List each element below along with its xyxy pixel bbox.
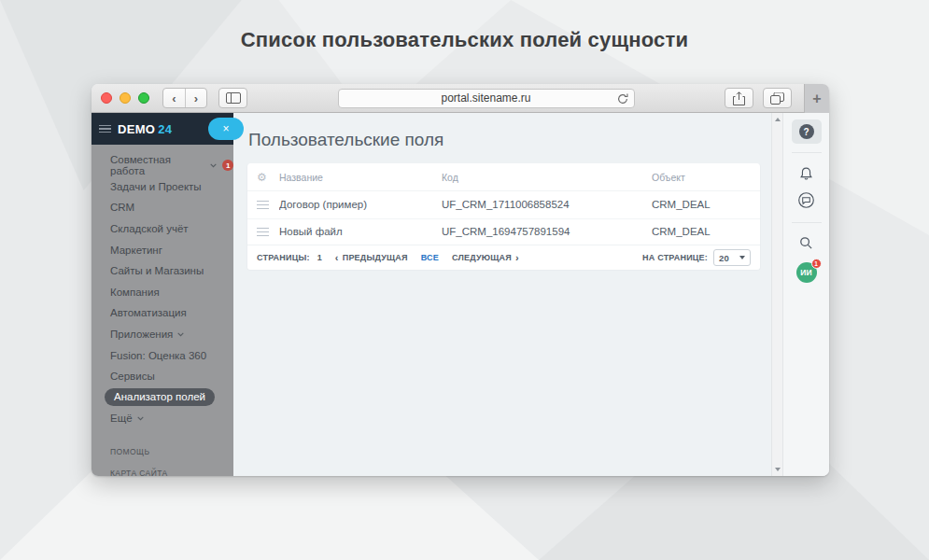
- new-tab-button[interactable]: +: [804, 84, 829, 113]
- avatar-notification-badge: 1: [811, 259, 822, 269]
- sidebar: DEMO 24 × Совместная работа 1 Задачи и П…: [91, 113, 233, 476]
- sidebar-item-inventory[interactable]: Складской учёт: [91, 218, 233, 240]
- sidebar-item-more[interactable]: Ещё: [91, 408, 233, 429]
- chevron-left-icon: ‹: [335, 252, 339, 263]
- share-icon: [733, 91, 745, 105]
- chevron-down-icon: [210, 163, 217, 168]
- browser-window: ‹ › portal.sitename.ru: [91, 84, 829, 476]
- cell-name: Договор (пример): [279, 199, 442, 210]
- sidebar-item-company[interactable]: Компания: [91, 282, 233, 303]
- notifications-button[interactable]: [798, 166, 814, 182]
- menu-burger-icon[interactable]: [99, 125, 111, 133]
- close-icon: ×: [222, 122, 229, 135]
- scroll-down-arrow-icon[interactable]: [775, 468, 781, 471]
- zoom-window-button[interactable]: [138, 92, 149, 104]
- cell-name: Новый файл: [279, 226, 442, 237]
- prev-page-link[interactable]: ‹ ПРЕДЫДУЩАЯ: [335, 252, 408, 263]
- sidebar-icon: [226, 92, 241, 104]
- main-content: Пользовательские поля ⚙ Название Код Объ…: [233, 113, 771, 476]
- current-page-number: 1: [317, 253, 322, 262]
- sidebar-item-field-analyzer[interactable]: Анализатор полей: [91, 387, 233, 409]
- sidebar-item-sites[interactable]: Сайты и Магазины: [91, 260, 233, 282]
- fields-table: ⚙ Название Код Объект Договор (пример) U…: [246, 163, 761, 271]
- sidebar-item-fusion[interactable]: Fusion: Оценка 360: [91, 344, 233, 366]
- table-header-row: ⚙ Название Код Объект: [247, 163, 760, 191]
- next-page-link[interactable]: СЛЕДУЮЩАЯ ›: [452, 252, 519, 263]
- cell-object: CRM_DEAL: [652, 199, 751, 210]
- reload-icon: [616, 92, 629, 105]
- sidebar-item-tasks[interactable]: Задачи и Проекты: [91, 176, 233, 198]
- page-heading: Список пользовательских полей сущности: [0, 28, 929, 52]
- divider: [792, 222, 822, 223]
- chevron-down-icon: [177, 332, 184, 337]
- search-button[interactable]: [799, 236, 813, 250]
- sidebar-item-crm[interactable]: CRM: [91, 197, 233, 218]
- minimize-window-button[interactable]: [120, 92, 131, 104]
- sidebar-item-sitemap[interactable]: КАРТА САЙТА: [91, 462, 233, 476]
- divider: [792, 152, 822, 153]
- user-avatar[interactable]: ИИ 1: [796, 262, 817, 283]
- chevron-down-icon: [739, 256, 745, 259]
- scroll-up-arrow-icon[interactable]: [775, 118, 781, 121]
- sidebar-item-help[interactable]: ПОМОЩЬ: [91, 441, 233, 462]
- show-tabs-button[interactable]: [763, 88, 792, 108]
- window-controls: [101, 92, 149, 104]
- close-window-button[interactable]: [101, 92, 112, 104]
- brand-suffix: 24: [158, 122, 172, 136]
- vertical-scrollbar[interactable]: [771, 113, 783, 476]
- per-page-label: НА СТРАНИЦЕ:: [642, 253, 708, 262]
- notification-badge: 1: [222, 160, 233, 171]
- back-button[interactable]: ‹: [163, 89, 185, 107]
- search-icon: [799, 236, 813, 250]
- pages-counter: СТРАНИЦЫ: 1: [257, 253, 322, 262]
- column-header-code: Код: [442, 172, 652, 183]
- url-text: portal.sitename.ru: [441, 91, 530, 105]
- sidebar-footer: ПОМОЩЬ КАРТА САЙТА: [91, 441, 233, 476]
- share-button[interactable]: [725, 88, 753, 108]
- sidebar-item-services[interactable]: Сервисы: [91, 366, 233, 387]
- sidebar-toggle-button[interactable]: [218, 88, 247, 108]
- help-icon: ?: [799, 124, 814, 139]
- content-title: Пользовательские поля: [248, 130, 761, 150]
- cell-code: UF_CRM_1694757891594: [442, 226, 652, 237]
- sidebar-item-apps[interactable]: Приложения: [91, 324, 233, 345]
- chevron-down-icon: [137, 416, 144, 421]
- column-header-object: Объект: [652, 172, 751, 183]
- right-toolbar: ?: [783, 113, 829, 476]
- show-all-link[interactable]: ВСЕ: [421, 253, 439, 262]
- reload-button[interactable]: [616, 92, 629, 109]
- sidebar-header: DEMO 24 ×: [91, 113, 233, 145]
- drag-handle-icon[interactable]: [257, 228, 269, 237]
- drag-handle-icon[interactable]: [257, 201, 269, 210]
- column-header-name: Название: [279, 172, 442, 183]
- table-row[interactable]: Новый файл UF_CRM_1694757891594 CRM_DEAL: [247, 218, 760, 245]
- brand-name: DEMO: [118, 122, 155, 136]
- chat-button[interactable]: [797, 191, 815, 209]
- tabs-icon: [770, 92, 784, 105]
- table-settings-gear-icon[interactable]: ⚙: [257, 172, 279, 183]
- table-row[interactable]: Договор (пример) UF_CRM_1711006858524 CR…: [247, 191, 760, 218]
- per-page-value: 20: [719, 253, 729, 263]
- bell-icon: [798, 166, 814, 182]
- cell-code: UF_CRM_1711006858524: [442, 199, 652, 210]
- help-button[interactable]: ?: [792, 119, 822, 144]
- sidebar-item-marketing[interactable]: Маркетинг: [91, 239, 233, 260]
- sidebar-menu: Совместная работа 1 Задачи и Проекты CRM…: [91, 145, 233, 429]
- forward-button[interactable]: ›: [185, 89, 206, 107]
- avatar-initials: ИИ: [800, 268, 812, 277]
- chevron-right-icon: ›: [515, 252, 519, 263]
- chat-icon: [797, 191, 815, 209]
- pagination-bar: СТРАНИЦЫ: 1 ‹ ПРЕДЫДУЩАЯ ВСЕ СЛЕДУЮЩАЯ ›: [247, 245, 760, 270]
- nav-buttons: ‹ ›: [162, 88, 207, 108]
- close-menu-button[interactable]: ×: [208, 118, 244, 140]
- per-page-select[interactable]: 20: [713, 249, 751, 266]
- cell-object: CRM_DEAL: [652, 226, 751, 237]
- sidebar-item-collaboration[interactable]: Совместная работа 1: [91, 155, 233, 176]
- browser-toolbar: ‹ › portal.sitename.ru: [91, 84, 829, 113]
- sidebar-item-automation[interactable]: Автоматизация: [91, 302, 233, 324]
- address-bar[interactable]: portal.sitename.ru: [338, 89, 635, 108]
